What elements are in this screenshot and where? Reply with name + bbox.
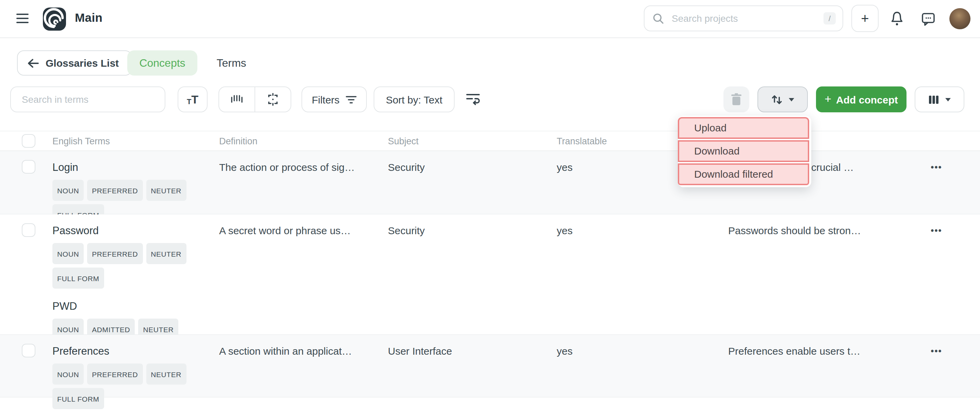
table-row[interactable]: Preferences NOUN PREFERRED NEUTER FULL F… [0,335,980,398]
badge: NOUN [52,363,84,385]
row-checkbox[interactable] [22,344,35,357]
columns-icon [928,94,939,105]
badge: FULL FORM [52,388,104,409]
menu-item-upload[interactable]: Upload [678,117,809,139]
term-name[interactable]: PWD [52,299,205,314]
tab-terms[interactable]: Terms [204,50,259,76]
menu-item-download[interactable]: Download [678,140,809,162]
menu-item-download-filtered[interactable]: Download filtered [678,163,809,185]
focus-frame-icon [266,92,280,107]
chevron-down-icon [789,98,794,101]
top-bar: Main / + [0,0,980,37]
chevron-down-icon [945,98,951,101]
app: Main / + Glossaries List Concepts Terms … [0,0,980,419]
badge: NOUN [52,180,84,201]
row-actions-button[interactable]: ••• [920,223,953,238]
back-to-glossaries-button[interactable]: Glossaries List [17,50,132,76]
plus-icon: + [824,92,831,106]
add-concept-label: Add concept [836,94,898,105]
columns-dropdown-button[interactable] [915,86,964,112]
tab-terms-label: Terms [216,57,246,69]
notifications-bell-icon[interactable] [889,10,905,28]
table-row[interactable]: Password NOUN PREFERRED NEUTER FULL FORM… [0,214,980,335]
translatable-cell: yes [557,223,713,238]
badge: NEUTER [146,243,186,264]
project-search[interactable]: / [644,5,843,31]
badge: FULL FORM [52,268,104,288]
sort-by-label: Sort by: Text [386,94,442,105]
import-export-menu: Upload Download Download filtered [678,116,811,187]
filters-label: Filters [312,94,340,105]
definition-cell: The action or process of sig… [219,160,375,175]
project-search-input[interactable] [670,12,824,24]
topbar-divider [0,37,980,38]
page-title: Main [75,11,102,25]
row-actions-button[interactable]: ••• [920,160,953,175]
subject-cell: Security [388,160,544,175]
term-badges: NOUN PREFERRED NEUTER FULL FORM [52,243,192,288]
focus-frame-button[interactable] [255,87,291,112]
text-case-toggle-button[interactable]: TT [178,86,208,112]
badge: NEUTER [146,363,186,385]
table-row[interactable]: Login NOUN PREFERRED NEUTER FULL FORM Th… [0,151,980,214]
import-export-dropdown-button[interactable] [757,86,808,112]
user-avatar[interactable] [950,8,970,29]
badge: PREFERRED [87,243,143,264]
row-checkbox[interactable] [22,223,35,237]
note-cell: Preferences enable users t… [728,344,932,359]
feedback-chat-icon[interactable] [920,11,937,27]
hamburger-menu-icon[interactable] [16,14,29,23]
terms-search[interactable] [10,86,165,112]
barcode-view-button[interactable] [219,87,255,112]
term-badges: NOUN PREFERRED NEUTER FULL FORM [52,363,192,409]
tab-concepts-label: Concepts [139,57,185,69]
badge: NEUTER [146,180,186,201]
badge: PREFERRED [87,180,143,201]
delete-button[interactable] [724,86,749,112]
note-cell: Passwords should be stron… [728,223,932,238]
trash-icon [730,92,743,106]
row-actions-button[interactable]: ••• [920,344,953,359]
column-header-translatable[interactable]: Translatable [557,136,607,147]
add-new-button[interactable]: + [851,5,878,32]
text-case-icon: TT [187,94,198,105]
filters-button[interactable]: Filters [301,86,367,112]
column-header-english-terms[interactable]: English Terms [52,136,110,147]
arrow-left-icon [27,58,39,68]
term-name[interactable]: Login [52,160,205,175]
translatable-cell: yes [557,344,713,359]
add-concept-button[interactable]: + Add concept [816,86,907,112]
column-header-definition[interactable]: Definition [219,136,258,147]
sort-by-button[interactable]: Sort by: Text [374,86,455,112]
subject-cell: Security [388,223,544,238]
view-mode-button-group [218,86,291,112]
definition-cell: A secret word or phrase us… [219,223,375,238]
app-logo-icon[interactable] [43,8,66,30]
term-name[interactable]: Password [52,223,205,238]
wrap-text-icon[interactable] [465,92,481,107]
subject-cell: User Interface [388,344,544,359]
search-icon [653,13,664,24]
tab-concepts[interactable]: Concepts [127,50,197,76]
up-down-arrows-icon [771,93,783,106]
barcode-icon [229,92,244,107]
term-name[interactable]: Preferences [52,344,205,359]
terms-search-input[interactable] [21,93,155,105]
table-header: English Terms Definition Subject Transla… [0,131,980,151]
term-block: Password NOUN PREFERRED NEUTER FULL FORM [52,223,205,288]
badge: NOUN [52,243,84,264]
term-block: Preferences NOUN PREFERRED NEUTER FULL F… [52,344,205,409]
back-button-label: Glossaries List [46,57,119,69]
search-shortcut-hint: / [824,12,836,24]
filter-lines-icon [346,95,356,104]
select-all-checkbox[interactable] [22,134,35,148]
term-cell: Preferences NOUN PREFERRED NEUTER FULL F… [52,344,205,419]
definition-cell: A section within an applicat… [219,344,375,359]
column-header-subject[interactable]: Subject [388,136,418,147]
badge: PREFERRED [87,363,143,385]
row-checkbox[interactable] [22,160,35,174]
